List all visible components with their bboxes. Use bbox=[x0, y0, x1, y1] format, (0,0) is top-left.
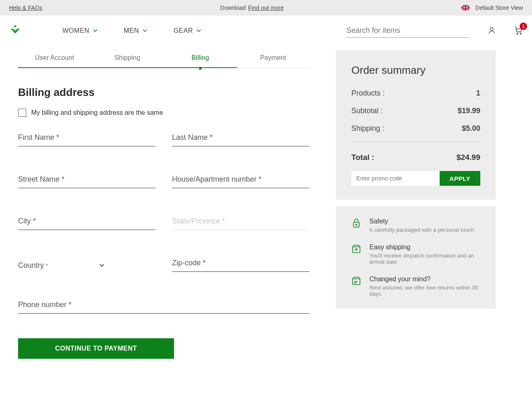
chevron-down-icon bbox=[196, 28, 201, 33]
summary-value: 1 bbox=[476, 89, 480, 98]
lock-icon bbox=[351, 218, 362, 233]
step-label: User Account bbox=[35, 54, 74, 61]
step-label: Payment bbox=[260, 54, 286, 61]
cart-icon[interactable]: 1 bbox=[514, 26, 523, 36]
checkout-steps: User Account Shipping Billing Payment bbox=[18, 54, 310, 68]
svg-point-2 bbox=[491, 27, 493, 30]
field-label: Phone number * bbox=[18, 301, 71, 309]
summary-subtotal-row: Subtotal : $19.99 bbox=[351, 107, 480, 115]
country-select[interactable]: Country * bbox=[18, 259, 156, 272]
field-label: Zip-code * bbox=[172, 259, 206, 267]
step-payment[interactable]: Payment bbox=[237, 54, 310, 68]
find-out-more-link[interactable]: Find out more bbox=[248, 5, 284, 11]
svg-rect-5 bbox=[353, 222, 359, 227]
state-province-field: State/Province * bbox=[172, 217, 310, 230]
help-faqs-link[interactable]: Help & FAQs bbox=[9, 5, 42, 11]
cart-count-badge: 1 bbox=[520, 23, 527, 30]
promo-code-input[interactable] bbox=[351, 171, 440, 186]
field-label: State/Province * bbox=[172, 217, 225, 225]
summary-value: $19.99 bbox=[458, 107, 480, 115]
street-field[interactable]: Street Name * bbox=[18, 175, 156, 188]
step-billing[interactable]: Billing bbox=[164, 54, 237, 68]
info-title: Easy shipping bbox=[369, 244, 480, 251]
last-name-field[interactable]: Last Name * bbox=[172, 133, 310, 146]
field-label: Street Name * bbox=[18, 175, 64, 183]
step-shipping[interactable]: Shipping bbox=[91, 54, 164, 68]
step-label: Shipping bbox=[115, 54, 140, 61]
summary-label: Shipping : bbox=[351, 124, 384, 133]
summary-value: $24.99 bbox=[456, 153, 480, 162]
main-nav: WOMEN MEN GEAR bbox=[62, 27, 201, 34]
field-label: House/Apartment number * bbox=[172, 175, 261, 183]
zip-code-field[interactable]: Zip-code * bbox=[172, 259, 310, 272]
search-field[interactable] bbox=[346, 24, 470, 38]
summary-label: Products : bbox=[351, 89, 385, 98]
divider bbox=[351, 142, 480, 142]
order-summary-title: Order summary bbox=[351, 64, 480, 77]
nav-label: GEAR bbox=[174, 27, 193, 34]
info-desc: It carefully packaged with a personal to… bbox=[369, 227, 474, 233]
same-address-label: My billing and shipping address are the … bbox=[31, 109, 163, 116]
promo-row: APPLY bbox=[351, 171, 480, 186]
phone-field[interactable]: Phone number * bbox=[18, 301, 310, 314]
svg-point-1 bbox=[14, 25, 16, 27]
chevron-down-icon bbox=[142, 28, 147, 33]
search-input[interactable] bbox=[346, 24, 470, 38]
info-safety: Safety It carefully packaged with a pers… bbox=[351, 218, 480, 233]
same-address-checkbox[interactable]: My billing and shipping address are the … bbox=[18, 109, 310, 117]
info-desc: Rest assured, we offer free returns with… bbox=[369, 285, 480, 297]
billing-form: First Name * Last Name * Street Name * H… bbox=[18, 133, 310, 314]
field-label: First Name * bbox=[18, 133, 59, 141]
nav-label: WOMEN bbox=[62, 27, 89, 34]
field-label: City * bbox=[18, 217, 36, 225]
summary-label: Subtotal : bbox=[351, 107, 383, 115]
logo[interactable] bbox=[9, 25, 21, 37]
chevron-down-icon bbox=[93, 28, 98, 33]
nav-gear[interactable]: GEAR bbox=[174, 27, 201, 34]
info-shipping: Easy shipping You'll receive dispatch co… bbox=[351, 244, 480, 265]
order-summary-card: Order summary Products : 1 Subtotal : $1… bbox=[336, 50, 496, 200]
nav-men[interactable]: MEN bbox=[124, 27, 147, 34]
continue-to-payment-button[interactable]: CONTINUE TO PAYMENT bbox=[18, 338, 174, 359]
package-up-icon bbox=[351, 244, 362, 265]
info-returns: Changed your mind? Rest assured, we offe… bbox=[351, 276, 480, 297]
house-number-field[interactable]: House/Apartment number * bbox=[172, 175, 310, 188]
info-desc: You'll receive dispatch confirmation and… bbox=[369, 253, 480, 265]
summary-label: Total : bbox=[351, 153, 374, 162]
svg-point-3 bbox=[517, 33, 518, 34]
chevron-down-icon bbox=[99, 262, 105, 268]
top-bar: Help & FAQs Download Find out more Defau… bbox=[0, 0, 532, 16]
checkbox-icon bbox=[18, 109, 26, 117]
city-field[interactable]: City * bbox=[18, 217, 156, 230]
info-title: Changed your mind? bbox=[369, 276, 480, 283]
store-view-label: Default Store View bbox=[475, 5, 523, 11]
summary-total-row: Total : $24.99 bbox=[351, 153, 480, 162]
nav-women[interactable]: WOMEN bbox=[62, 27, 98, 34]
step-user-account[interactable]: User Account bbox=[18, 54, 91, 68]
download-text: Download bbox=[220, 5, 245, 11]
apply-promo-button[interactable]: APPLY bbox=[440, 171, 480, 186]
svg-point-4 bbox=[520, 33, 521, 34]
first-name-field[interactable]: First Name * bbox=[18, 133, 156, 146]
svg-point-6 bbox=[356, 224, 357, 226]
site-header: WOMEN MEN GEAR 1 bbox=[0, 16, 532, 50]
download-promo: Download Find out more bbox=[220, 5, 284, 11]
uk-flag-icon bbox=[461, 5, 470, 11]
billing-title: Billing address bbox=[18, 86, 310, 99]
required-mark: * bbox=[46, 262, 48, 269]
info-title: Safety bbox=[369, 218, 474, 225]
summary-products-row: Products : 1 bbox=[351, 89, 480, 98]
summary-shipping-row: Shipping : $5.00 bbox=[351, 124, 480, 133]
summary-value: $5.00 bbox=[462, 124, 480, 133]
store-switcher[interactable]: Default Store View bbox=[461, 5, 523, 11]
field-label: Country bbox=[18, 261, 44, 269]
package-return-icon bbox=[351, 276, 362, 297]
field-label: Last Name * bbox=[172, 133, 213, 141]
step-label: Billing bbox=[191, 54, 209, 61]
nav-label: MEN bbox=[124, 27, 139, 34]
info-card: Safety It carefully packaged with a pers… bbox=[336, 206, 496, 308]
account-icon[interactable] bbox=[488, 26, 496, 36]
